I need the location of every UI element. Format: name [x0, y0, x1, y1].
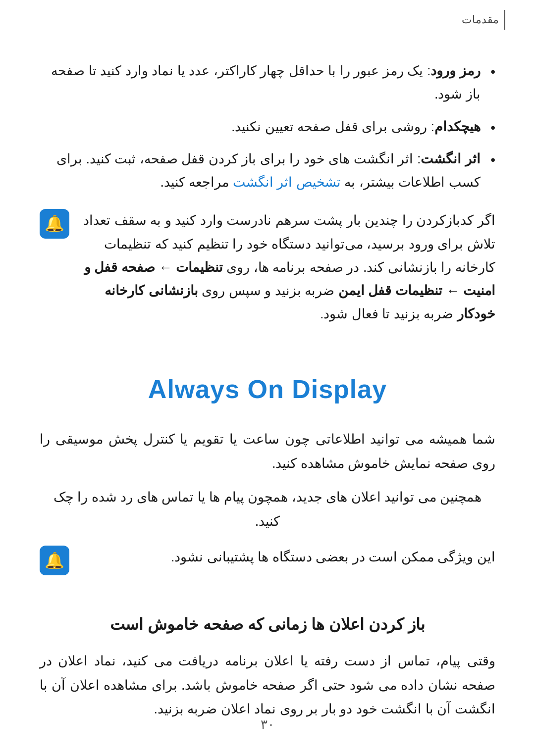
info-box-2: این ویژگی ممکن است در بعضی دستگاه ها پشت…	[40, 546, 495, 575]
info-box-1-text: اگر کدبازکردن را چندین بار پشت سرهم نادر…	[79, 209, 495, 326]
bullet1-term: رمز ورود	[430, 63, 481, 78]
list-item: هیچکدام: روشی برای قفل صفحه تعیین نکنید.	[40, 115, 495, 139]
top-label: مقدمات	[462, 10, 505, 30]
bullet3-text-after: مراجعه کنید.	[160, 175, 229, 190]
bullet2-text: : روشی برای قفل صفحه تعیین نکنید.	[231, 119, 434, 134]
info-icon-1: 🔔	[40, 209, 69, 239]
always-on-display-title: Always On Display	[40, 366, 495, 413]
bullet2-term: هیچکدام	[434, 119, 481, 134]
bullet1-text: : یک رمز عبور را با حداقل چهار کاراکتر، …	[51, 63, 481, 101]
aod-para2: همچنین می توانید اعلان های جدید، همچون پ…	[40, 485, 495, 533]
section2-title: باز کردن اعلان ها زمانی که صفحه خاموش اس…	[40, 610, 495, 639]
list-item: رمز ورود: یک رمز عبور را با حداقل چهار ک…	[40, 59, 495, 106]
info-box-2-text: این ویژگی ممکن است در بعضی دستگاه ها پشت…	[79, 546, 495, 569]
page-number: ۳۰	[261, 713, 274, 736]
bullet3-term: اثر انگشت	[421, 151, 481, 166]
bullet-list: رمز ورود: یک رمز عبور را با حداقل چهار ک…	[40, 59, 495, 194]
info-box-1: اگر کدبازکردن را چندین بار پشت سرهم نادر…	[40, 209, 495, 326]
divider	[40, 341, 495, 342]
divider-2	[40, 590, 495, 591]
list-item: اثر انگشت: اثر انگشت های خود را برای باز…	[40, 148, 495, 195]
fingerprint-link[interactable]: تشخیص اثر انگشت	[233, 175, 341, 190]
info-icon-2: 🔔	[40, 546, 69, 575]
section2-para: وقتی پیام، تماس از دست رفته یا اعلان برن…	[40, 649, 495, 721]
aod-para1: شما همیشه می توانید اطلاعاتی چون ساعت یا…	[40, 427, 495, 475]
